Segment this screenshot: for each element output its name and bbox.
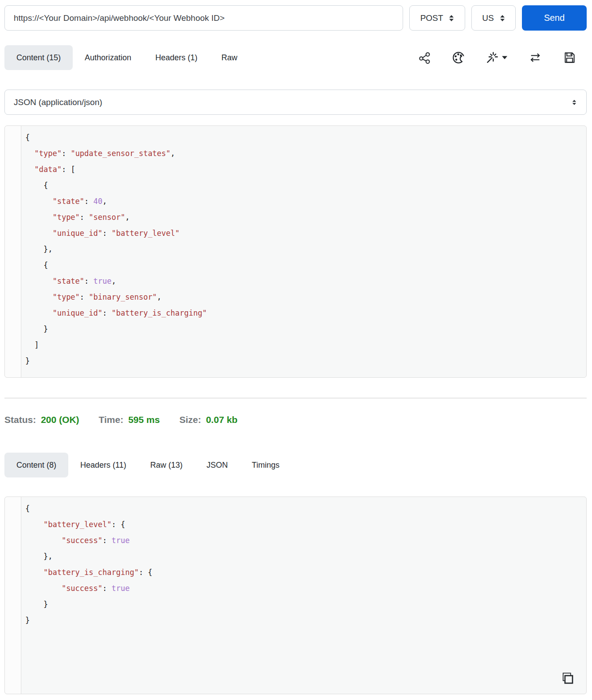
palette-icon	[452, 51, 465, 64]
code-line: ]	[25, 337, 586, 353]
send-button[interactable]: Send	[522, 5, 587, 31]
tab-raw[interactable]: Raw	[209, 45, 249, 70]
code-line: "success": true	[25, 580, 586, 596]
code-token: "sensor"	[89, 213, 125, 222]
tab-authorization[interactable]: Authorization	[73, 45, 143, 70]
tab-raw-13[interactable]: Raw (13)	[138, 453, 195, 477]
code-token	[25, 149, 34, 158]
code-token: "data"	[34, 165, 61, 174]
code-line: "unique_id": "battery_is_charging"	[25, 305, 586, 321]
code-token: :	[80, 213, 89, 222]
code-token	[25, 165, 34, 174]
code-token	[25, 584, 62, 593]
code-line: "type": "sensor",	[25, 209, 586, 225]
section-divider	[4, 398, 587, 399]
code-token	[25, 197, 52, 206]
tab-json[interactable]: JSON	[195, 453, 240, 477]
tab-content-15[interactable]: Content (15)	[4, 45, 73, 70]
code-token	[25, 536, 62, 545]
code-token: true	[94, 277, 112, 285]
response-status-row: Status: 200 (OK) Time: 595 ms Size: 0.07…	[4, 410, 587, 430]
size-value: 0.07 kb	[206, 415, 237, 425]
code-token: "battery_is_charging"	[43, 568, 139, 577]
tab-content-8[interactable]: Content (8)	[4, 453, 68, 477]
code-token: ,	[112, 277, 116, 285]
code-token: :	[84, 197, 93, 206]
request-body-editor[interactable]: { "type": "update_sensor_states", "data"…	[4, 125, 587, 378]
tab-timings[interactable]: Timings	[240, 453, 291, 477]
code-token: }	[25, 600, 48, 609]
code-token	[25, 293, 52, 301]
code-line: "type": "binary_sensor",	[25, 289, 586, 305]
content-type-select[interactable]: JSON (application/json)	[4, 90, 587, 115]
code-token: : [	[62, 165, 75, 174]
code-token: ,	[125, 213, 129, 222]
copy-response-button[interactable]	[560, 670, 575, 687]
tab-headers-1[interactable]: Headers (1)	[143, 45, 209, 70]
url-input[interactable]	[4, 5, 403, 31]
tab-headers-11[interactable]: Headers (11)	[68, 453, 138, 477]
viewer-gutter	[5, 497, 21, 694]
response-body-viewer: { "battery_level": { "success": true }, …	[4, 497, 587, 694]
theme-button[interactable]	[452, 51, 465, 64]
size-group: Size: 0.07 kb	[179, 415, 237, 425]
code-token: "unique_id"	[52, 309, 102, 317]
swap-arrows-icon	[528, 51, 542, 64]
share-button[interactable]	[418, 51, 431, 64]
code-line: }	[25, 321, 586, 337]
code-line: }	[25, 596, 586, 612]
updown-arrows-icon	[500, 15, 505, 22]
code-token: "type"	[34, 149, 61, 158]
code-token: "success"	[62, 536, 102, 545]
request-tabs-row: Content (15)AuthorizationHeaders (1)Raw	[4, 45, 587, 70]
code-token: : {	[139, 568, 153, 577]
time-group: Time: 595 ms	[99, 415, 160, 425]
response-tabs-row: Content (8)Headers (11)Raw (13)JSONTimin…	[4, 453, 587, 477]
code-token: "update_sensor_states"	[71, 149, 170, 158]
request-toolbar	[418, 51, 587, 64]
method-select[interactable]: POST	[409, 5, 465, 31]
code-token: "battery_level"	[112, 229, 180, 238]
status-group: Status: 200 (OK)	[4, 415, 79, 425]
updown-arrows-icon	[449, 15, 454, 22]
code-token: :	[102, 229, 111, 238]
code-line: "type": "update_sensor_states",	[25, 145, 586, 161]
code-token	[25, 277, 52, 285]
code-token: ]	[25, 340, 39, 349]
code-token: true	[112, 536, 130, 545]
code-token	[25, 229, 52, 238]
code-line: "battery_level": {	[25, 516, 586, 532]
swap-button[interactable]	[528, 51, 542, 64]
code-line: }	[25, 353, 586, 369]
code-token: },	[25, 552, 52, 561]
code-line: },	[25, 241, 586, 257]
code-token: true	[112, 584, 130, 593]
code-token: :	[102, 536, 111, 545]
time-value: 595 ms	[128, 415, 160, 425]
code-token: "state"	[52, 277, 84, 285]
code-token: "type"	[52, 213, 79, 222]
content-type-value: JSON (application/json)	[14, 98, 102, 107]
code-token: :	[102, 584, 111, 593]
code-token: {	[25, 504, 30, 513]
code-token: "battery_level"	[43, 520, 112, 529]
code-token: },	[25, 245, 52, 254]
response-tabs: Content (8)Headers (11)Raw (13)JSONTimin…	[4, 453, 291, 477]
request-bar: POST US Send	[4, 5, 587, 31]
code-token: "battery_is_charging"	[112, 309, 207, 317]
code-line: "battery_is_charging": {	[25, 564, 586, 580]
save-icon	[563, 51, 576, 64]
locale-select[interactable]: US	[471, 5, 516, 31]
code-token: :	[84, 277, 93, 285]
save-button[interactable]	[563, 51, 576, 64]
code-token: {	[25, 261, 48, 270]
code-token: }	[25, 356, 30, 365]
share-icon	[418, 51, 431, 64]
status-value: 200 (OK)	[41, 415, 79, 425]
chevron-down-icon	[502, 55, 508, 60]
code-token: {	[25, 181, 48, 190]
locale-select-value: US	[482, 13, 494, 23]
magic-actions-button[interactable]	[486, 51, 508, 64]
code-token: : {	[111, 520, 125, 529]
code-line: "state": 40,	[25, 193, 586, 209]
